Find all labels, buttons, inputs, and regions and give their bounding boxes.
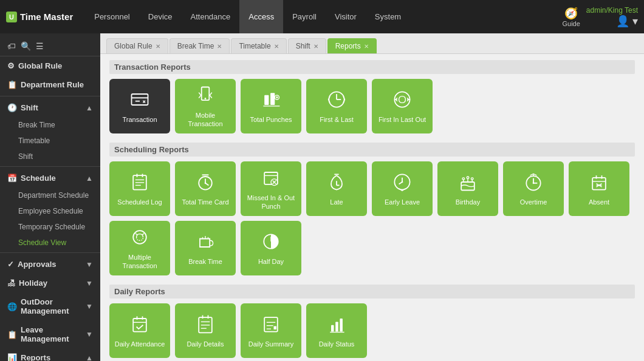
- sidebar-outdoor-label: OutDoor Management: [21, 297, 86, 315]
- tab-timetable[interactable]: Timetable ✕: [231, 38, 286, 53]
- logo-box: U: [6, 12, 17, 22]
- nav-visitor[interactable]: Visitor: [326, 0, 366, 33]
- absent-label: Absent: [589, 198, 609, 206]
- logo[interactable]: U Time Master: [6, 12, 73, 22]
- early-leave-icon: [391, 171, 413, 195]
- tab-break-time-close-icon[interactable]: ✕: [217, 43, 222, 50]
- tab-shift[interactable]: Shift ✕: [288, 38, 326, 53]
- sidebar-reports-label: Reports: [21, 353, 50, 361]
- svg-rect-73: [264, 317, 278, 331]
- card-daily-attendance[interactable]: Daily Attendance: [109, 303, 170, 358]
- card-total-time-card[interactable]: Total Time Card: [175, 161, 236, 216]
- card-missed-in-out[interactable]: Missed In & Out Punch: [241, 161, 301, 216]
- tab-reports-close-icon[interactable]: ✕: [364, 43, 369, 50]
- svg-point-46: [533, 182, 535, 184]
- first-in-last-out-icon: [391, 89, 413, 113]
- sidebar-reports-section[interactable]: 📊 Reports ▲: [0, 348, 100, 361]
- card-daily-summary[interactable]: Daily Summary: [241, 303, 301, 358]
- nav-attendance[interactable]: Attendance: [182, 0, 240, 33]
- transaction-reports-grid: Transaction Mobile Transaction: [109, 79, 635, 133]
- break-time-label: Break Time: [188, 258, 222, 266]
- outdoor-icon: 🌐: [7, 302, 17, 311]
- svg-point-4: [205, 98, 207, 100]
- nav-payroll[interactable]: Payroll: [283, 0, 326, 33]
- card-absent[interactable]: Absent: [569, 161, 629, 216]
- sidebar: 🏷 🔍 ☰ ⚙ Global Rule 📋 Department Rule 🕐 …: [0, 33, 100, 361]
- schedule-chevron-icon: ▲: [86, 174, 93, 183]
- daily-details-icon: [194, 313, 216, 337]
- daily-reports-title: Daily Reports: [109, 285, 635, 299]
- top-navigation: U Time Master Personnel Device Attendanc…: [0, 0, 644, 33]
- sidebar-leave-section[interactable]: 📋 Leave Management ▼: [0, 320, 100, 348]
- nav-personnel[interactable]: Personnel: [85, 0, 139, 33]
- divider-1: [0, 96, 100, 96]
- daily-summary-label: Daily Summary: [248, 340, 294, 348]
- guide-button[interactable]: 🧭 Guide: [562, 7, 580, 27]
- sidebar-holiday-section[interactable]: 🏖 Holiday ▼: [0, 274, 100, 292]
- logo-text: Time Master: [20, 12, 73, 22]
- sidebar-approvals-section[interactable]: ✓ Approvals ▼: [0, 255, 100, 274]
- missed-in-out-label: Missed In & Out Punch: [244, 194, 298, 210]
- sidebar-item-schedule-view[interactable]: Schedule View: [0, 235, 100, 251]
- sidebar-schedule-section[interactable]: 📅 Schedule ▲: [0, 169, 100, 187]
- total-time-card-label: Total Time Card: [182, 198, 228, 206]
- user-avatar-icon[interactable]: 👤 ▾: [616, 15, 638, 28]
- sidebar-outdoor-section[interactable]: 🌐 OutDoor Management ▼: [0, 292, 100, 320]
- sidebar-item-global-rule[interactable]: ⚙ Global Rule: [0, 56, 100, 75]
- tab-global-rule-close-icon[interactable]: ✕: [156, 43, 160, 50]
- sidebar-item-department-rule[interactable]: 📋 Department Rule: [0, 75, 100, 94]
- card-scheduled-log[interactable]: Scheduled Log: [109, 161, 170, 216]
- tab-timetable-close-icon[interactable]: ✕: [274, 43, 279, 50]
- sidebar-item-temp-schedule[interactable]: Temporary Schedule: [0, 219, 100, 235]
- card-transaction[interactable]: Transaction: [109, 79, 170, 133]
- sidebar-item-emp-schedule[interactable]: Employee Schedule: [0, 203, 100, 219]
- card-multiple-transaction[interactable]: Multiple Transaction: [109, 221, 170, 275]
- card-overtime[interactable]: Overtime: [503, 161, 564, 216]
- daily-attendance-label: Daily Attendance: [115, 340, 165, 348]
- nav-system[interactable]: System: [366, 0, 410, 33]
- early-leave-label: Early Leave: [385, 198, 420, 206]
- card-first-last[interactable]: First & Last: [306, 79, 367, 133]
- daily-reports-grid: Daily Attendance Daily Details: [109, 303, 635, 358]
- search-icon[interactable]: 🔍: [21, 41, 31, 51]
- sidebar-item-shift[interactable]: Shift: [0, 149, 100, 164]
- card-total-punches[interactable]: Total Punches: [241, 79, 301, 133]
- card-first-in-last-out[interactable]: First In Last Out: [372, 79, 433, 133]
- tab-shift-close-icon[interactable]: ✕: [313, 43, 318, 50]
- nav-device[interactable]: Device: [139, 0, 182, 33]
- card-break-time[interactable]: Break Time: [175, 221, 236, 275]
- nav-access[interactable]: Access: [239, 0, 283, 33]
- svg-rect-6: [270, 93, 275, 105]
- svg-point-35: [402, 181, 403, 183]
- sidebar-shift-section[interactable]: 🕐 Shift ▲: [0, 98, 100, 117]
- tab-reports[interactable]: Reports ✕: [327, 38, 377, 53]
- card-daily-details[interactable]: Daily Details: [175, 303, 236, 358]
- card-late[interactable]: Late: [306, 161, 367, 216]
- tab-global-rule[interactable]: Global Rule ✕: [106, 38, 168, 53]
- global-rule-icon: ⚙: [7, 61, 15, 70]
- svg-point-54: [133, 231, 146, 245]
- menu-icon[interactable]: ☰: [36, 41, 44, 51]
- daily-status-label: Daily Status: [319, 340, 355, 348]
- multiple-transaction-icon: [129, 226, 151, 251]
- sidebar-item-timetable[interactable]: Timetable: [0, 133, 100, 149]
- card-early-leave[interactable]: Early Leave: [372, 161, 433, 216]
- tab-global-rule-label: Global Rule: [114, 42, 152, 50]
- card-half-day[interactable]: Half Day: [241, 221, 301, 275]
- tab-break-time[interactable]: Break Time ✕: [170, 38, 230, 53]
- tag-icon[interactable]: 🏷: [7, 41, 16, 51]
- user-info[interactable]: admin/King Test: [586, 6, 638, 15]
- divider-2: [0, 166, 100, 167]
- scheduling-reports-grid: Scheduled Log Total Time Card: [109, 161, 635, 275]
- main-layout: 🏷 🔍 ☰ ⚙ Global Rule 📋 Department Rule 🕐 …: [0, 33, 644, 361]
- sidebar-item-dept-schedule[interactable]: Department Schedule: [0, 187, 100, 203]
- tab-timetable-label: Timetable: [239, 42, 270, 50]
- sidebar-approvals-label: Approvals: [18, 260, 57, 269]
- sidebar-item-break-time[interactable]: Break Time: [0, 117, 100, 133]
- total-time-card-icon: [194, 171, 216, 195]
- card-daily-status[interactable]: Daily Status: [306, 303, 367, 358]
- card-mobile-transaction[interactable]: Mobile Transaction: [175, 79, 236, 133]
- daily-status-icon: [326, 313, 348, 337]
- card-birthday[interactable]: Birthday: [437, 161, 498, 216]
- daily-attendance-icon: [129, 313, 151, 337]
